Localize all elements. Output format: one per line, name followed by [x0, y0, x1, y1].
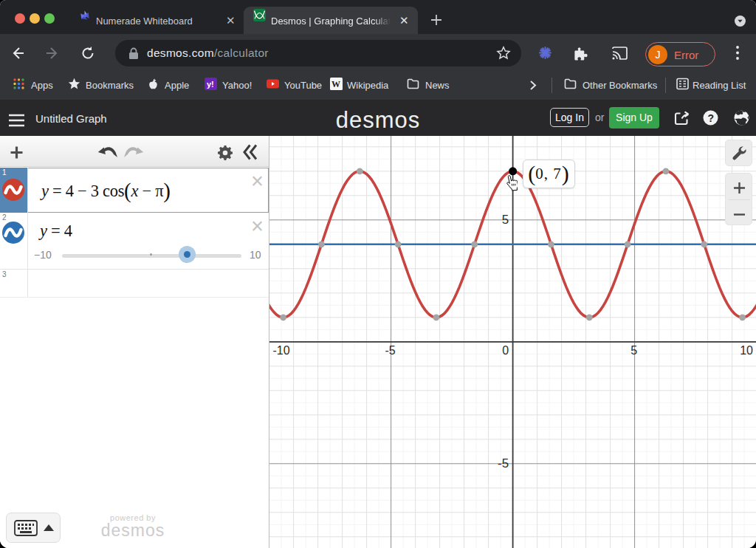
svg-text:?: ? — [708, 112, 715, 124]
svg-text:-10: -10 — [273, 344, 290, 357]
svg-text:W: W — [331, 79, 340, 89]
svg-text:5: 5 — [502, 213, 509, 227]
svg-text:5: 5 — [630, 344, 637, 357]
svg-text:-5: -5 — [498, 456, 509, 470]
svg-text:0: 0 — [502, 344, 509, 357]
svg-text:-5: -5 — [385, 344, 395, 357]
svg-text:y!: y! — [207, 80, 214, 89]
svg-text:10: 10 — [740, 344, 753, 357]
